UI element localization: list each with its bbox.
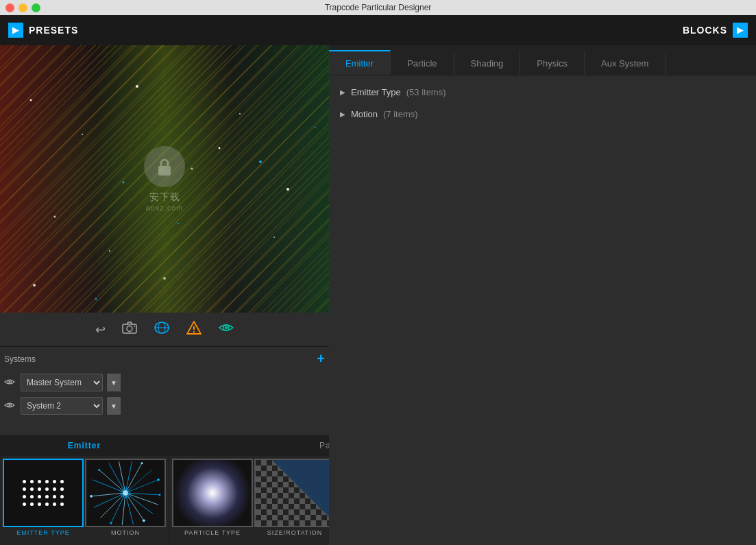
dot bbox=[38, 487, 41, 491]
warning-icon[interactable] bbox=[184, 318, 204, 341]
motion-row[interactable]: ▶ Motion (7 items) bbox=[334, 103, 751, 125]
undo-icon[interactable]: ↩ bbox=[93, 319, 108, 340]
svg-rect-17 bbox=[158, 166, 171, 175]
dot bbox=[38, 495, 41, 498]
system-1-select[interactable]: Master System bbox=[21, 374, 103, 391]
svg-point-30 bbox=[9, 381, 10, 383]
dot bbox=[23, 487, 26, 491]
particle-type-thumb-img bbox=[172, 459, 253, 527]
motion-section-title: Motion bbox=[351, 109, 378, 119]
emitter-type-arrow-icon: ▶ bbox=[340, 88, 345, 96]
systems-label: Systems bbox=[4, 354, 36, 364]
svg-line-33 bbox=[125, 480, 158, 493]
dots-grid bbox=[17, 474, 69, 511]
system-2-visibility-icon[interactable] bbox=[4, 400, 16, 411]
particle-thumbnail-section: Particle PARTICLE TYPE bbox=[169, 435, 329, 545]
dot bbox=[53, 495, 56, 498]
emitter-type-section-title: Emitter Type bbox=[351, 87, 401, 97]
dot bbox=[23, 480, 26, 483]
svg-point-19 bbox=[127, 326, 132, 332]
svg-point-57 bbox=[158, 494, 160, 496]
watermark: 安下载 anxz.com bbox=[144, 146, 185, 212]
tabs-bar: Emitter Particle Shading Physics Aux Sys… bbox=[329, 45, 756, 75]
lock-icon bbox=[154, 156, 175, 177]
particle-thumbnails: PARTICLE TYPE SIZE/ROTATION bbox=[169, 456, 329, 545]
eye-preview-icon[interactable] bbox=[215, 319, 237, 340]
svg-point-56 bbox=[143, 519, 145, 522]
system-1-visibility-icon[interactable] bbox=[4, 377, 16, 388]
minimize-button[interactable] bbox=[19, 3, 27, 12]
watermark-text: 安下载 bbox=[149, 191, 180, 204]
dot bbox=[30, 502, 34, 506]
dot bbox=[45, 502, 49, 506]
dot bbox=[60, 495, 64, 498]
particle-type-label: PARTICLE TYPE bbox=[184, 529, 241, 536]
emitter-thumbnails: EMITTER TYPE bbox=[0, 456, 169, 545]
tab-shading[interactable]: Shading bbox=[454, 50, 521, 75]
watermark-url: anxz.com bbox=[145, 204, 183, 212]
blocks-button[interactable]: BLOCKS ▶ bbox=[683, 23, 748, 38]
dot bbox=[53, 502, 56, 506]
dot bbox=[45, 480, 49, 483]
svg-point-28 bbox=[225, 326, 228, 329]
motion-count: (7 items) bbox=[383, 109, 418, 119]
emitter-icon[interactable] bbox=[151, 318, 173, 341]
window-title: Trapcode Particular Designer bbox=[325, 3, 432, 12]
close-button[interactable] bbox=[5, 3, 14, 12]
emitter-type-thumbnail[interactable]: EMITTER TYPE bbox=[3, 459, 84, 542]
emitter-type-count: (53 items) bbox=[406, 87, 446, 97]
emitter-type-thumb-img bbox=[3, 459, 84, 527]
svg-point-26 bbox=[193, 331, 194, 332]
tab-emitter[interactable]: Emitter bbox=[329, 50, 391, 75]
dot bbox=[30, 487, 34, 491]
size-rotation-thumb-img bbox=[254, 459, 329, 527]
dot bbox=[60, 487, 64, 491]
watermark-icon bbox=[144, 146, 185, 187]
dot bbox=[45, 487, 49, 491]
traffic-lights bbox=[5, 3, 40, 12]
dot bbox=[23, 495, 26, 498]
system-2-select[interactable]: System 2 bbox=[21, 397, 103, 415]
motion-burst bbox=[86, 460, 164, 526]
thumbnail-strip: Emitter bbox=[0, 435, 329, 545]
tab-particle[interactable]: Particle bbox=[391, 50, 454, 75]
svg-point-20 bbox=[134, 326, 135, 327]
particle-type-thumbnail[interactable]: PARTICLE TYPE bbox=[172, 459, 253, 542]
right-panel: Emitter Particle Shading Physics Aux Sys… bbox=[329, 45, 756, 545]
dot bbox=[53, 480, 56, 483]
tab-aux-system[interactable]: Aux System bbox=[585, 50, 666, 75]
motion-label: MOTION bbox=[111, 529, 140, 536]
motion-thumbnail[interactable]: MOTION bbox=[85, 459, 166, 542]
dot bbox=[60, 480, 64, 483]
presets-button[interactable]: ▶ PRESETS bbox=[8, 23, 78, 38]
particle-glow-preview bbox=[173, 460, 252, 526]
system-row-1: Master System ▼ bbox=[4, 371, 325, 394]
tab-physics[interactable]: Physics bbox=[520, 50, 585, 75]
system-1-dropdown-button[interactable]: ▼ bbox=[107, 374, 121, 391]
maximize-button[interactable] bbox=[32, 3, 40, 12]
emitter-type-label: EMITTER TYPE bbox=[16, 529, 69, 536]
burst-svg bbox=[86, 460, 164, 526]
presets-label: PRESETS bbox=[29, 25, 78, 36]
motion-thumb-img bbox=[85, 459, 166, 527]
dot bbox=[30, 480, 34, 483]
settings-content: ▶ Emitter Type (53 items) ▶ Motion (7 it… bbox=[329, 75, 756, 545]
svg-point-52 bbox=[141, 462, 143, 464]
titlebar: Trapcode Particular Designer bbox=[0, 0, 756, 15]
camera-icon[interactable] bbox=[119, 319, 140, 340]
svg-point-59 bbox=[120, 487, 130, 498]
svg-point-54 bbox=[90, 495, 93, 498]
svg-line-43 bbox=[101, 493, 125, 518]
size-rotation-label: SIZE/ROTATION bbox=[267, 529, 323, 536]
particle-section-label: Particle bbox=[169, 435, 329, 456]
svg-point-53 bbox=[98, 469, 100, 471]
dot bbox=[38, 502, 41, 506]
controls-bar: ↩ bbox=[0, 313, 329, 347]
system-2-dropdown-button[interactable]: ▼ bbox=[107, 397, 121, 415]
svg-point-51 bbox=[157, 479, 160, 481]
size-rotation-thumbnail[interactable]: SIZE/ROTATION bbox=[254, 459, 329, 542]
topbar: ▶ PRESETS BLOCKS ▶ bbox=[0, 15, 756, 45]
motion-arrow-icon: ▶ bbox=[340, 110, 345, 118]
emitter-type-row[interactable]: ▶ Emitter Type (53 items) bbox=[334, 81, 751, 103]
add-system-button[interactable]: + bbox=[317, 351, 325, 367]
